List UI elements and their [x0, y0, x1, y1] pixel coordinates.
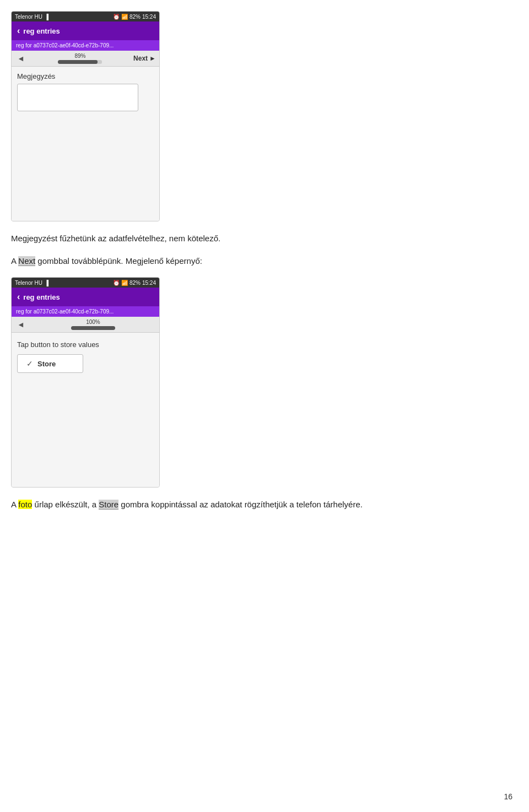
page-number: 16 — [504, 792, 512, 801]
signal-icon-2: ▐ — [45, 280, 48, 286]
status-right-2: ⏰ 📶 82% 15:24 — [113, 280, 156, 286]
progress-bar-bg-2 — [71, 326, 115, 330]
store-highlight: Store — [99, 500, 118, 510]
battery-1: 82% — [129, 14, 141, 20]
clock-icon-2: ⏰ — [113, 280, 120, 286]
text3-suffix: gombra koppintással az adatokat rögzíthe… — [118, 500, 363, 509]
text3-middle: űrlap elkészült, a — [32, 500, 99, 509]
store-button[interactable]: ✓ Store — [17, 354, 83, 373]
right-arrow-icon-1: ► — [149, 55, 156, 62]
back-arrow-icon-2[interactable]: ‹ — [17, 292, 20, 302]
progress-container-1: 89% — [30, 53, 130, 64]
next-highlight: Next — [18, 256, 35, 266]
megjegyzes-input[interactable] — [17, 84, 138, 111]
phone-mockup-1: Telenor HU ▐ ⏰ 📶 82% 15:24 ‹ reg entries… — [11, 11, 160, 221]
status-right-1: ⏰ 📶 82% 15:24 — [113, 14, 156, 20]
description-text-1-content: Megjegyzést fűzhetünk az adatfelvételhez… — [11, 234, 220, 243]
app-subheader-1: reg for a0737c02-ae0f-40cd-e72b-709... — [12, 40, 159, 51]
clock-icon: ⏰ — [113, 14, 120, 20]
foto-highlight: foto — [18, 500, 32, 509]
status-bar-2: Telenor HU ▐ ⏰ 📶 82% 15:24 — [12, 278, 159, 288]
app-header-2: ‹ reg entries — [12, 288, 159, 306]
progress-bar-fill-1 — [58, 60, 97, 64]
megjegyzes-label: Megjegyzés — [17, 72, 154, 80]
wifi-icon-2: 📶 — [121, 280, 128, 286]
text2-prefix: A — [11, 256, 18, 266]
time-1: 15:24 — [142, 14, 156, 20]
carrier-2: Telenor HU — [15, 280, 42, 286]
text3-prefix: A — [11, 500, 18, 509]
page-content: Telenor HU ▐ ⏰ 📶 82% 15:24 ‹ reg entries… — [0, 0, 529, 554]
tap-button-text: Tap button to store values — [12, 333, 159, 354]
battery-2: 82% — [129, 280, 141, 286]
back-arrow-icon-1[interactable]: ‹ — [17, 26, 20, 36]
store-checkmark-icon: ✓ — [26, 359, 33, 368]
nav-bar-2: ◄ 100% — [12, 317, 159, 333]
phone-mockup-2: Telenor HU ▐ ⏰ 📶 82% 15:24 ‹ reg entries… — [11, 277, 160, 488]
phone-body-2: Tap button to store values ✓ Store — [12, 333, 159, 487]
progress-label-2: 100% — [86, 319, 100, 325]
signal-icon: ▐ — [45, 14, 48, 20]
left-arrow-icon-2[interactable]: ◄ — [15, 319, 27, 330]
next-button-1[interactable]: Next ► — [133, 55, 156, 62]
carrier-1: Telenor HU — [15, 14, 42, 20]
left-arrow-icon-1[interactable]: ◄ — [15, 53, 27, 64]
wifi-icon: 📶 — [121, 14, 128, 20]
description-text-2: A Next gombbal továbblépünk. Megjelenő k… — [11, 255, 518, 268]
store-label: Store — [37, 360, 56, 368]
progress-container-2: 100% — [30, 319, 156, 330]
description-text-3: A foto űrlap elkészült, a Store gombra k… — [11, 499, 518, 511]
status-left-1: Telenor HU ▐ — [15, 14, 48, 20]
time-2: 15:24 — [142, 280, 156, 286]
progress-bar-fill-2 — [71, 326, 115, 330]
status-left-2: Telenor HU ▐ — [15, 280, 48, 286]
progress-bar-bg-1 — [58, 60, 102, 64]
phone-body-1: Megjegyzés — [12, 67, 159, 221]
description-text-1: Megjegyzést fűzhetünk az adatfelvételhez… — [11, 232, 518, 245]
progress-label-1: 89% — [74, 53, 85, 59]
text2-suffix: gombbal továbblépünk. Megjelenő képernyő… — [35, 256, 202, 266]
status-bar-1: Telenor HU ▐ ⏰ 📶 82% 15:24 — [12, 12, 159, 21]
app-subheader-2: reg for a0737c02-ae0f-40cd-e72b-709... — [12, 306, 159, 317]
app-title-1: reg entries — [23, 27, 60, 35]
nav-bar-1: ◄ 89% Next ► — [12, 51, 159, 67]
next-label-1: Next — [133, 55, 148, 62]
app-title-2: reg entries — [23, 293, 60, 301]
app-header-1: ‹ reg entries — [12, 21, 159, 40]
